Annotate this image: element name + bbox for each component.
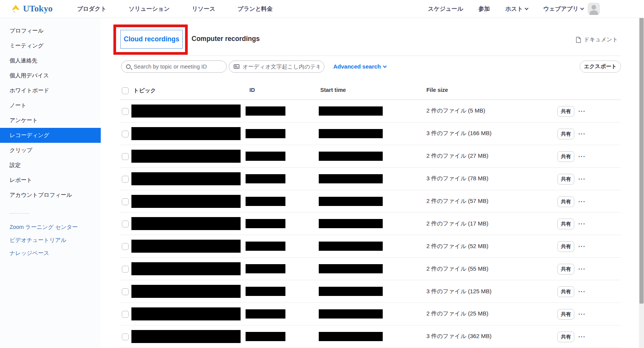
share-button[interactable]: 共有 [557,286,574,297]
sidebar-item-link[interactable]: クリップ [0,143,101,158]
file-size-cell: 2 件のファイル (57 MB) [426,190,488,212]
share-button[interactable]: 共有 [557,196,574,207]
row-checkbox[interactable] [122,288,129,295]
row-checkbox[interactable] [122,153,129,160]
share-button[interactable]: 共有 [557,174,574,185]
row-checkbox[interactable] [122,266,129,273]
sidebar-item-link[interactable]: 個人用デバイス [0,68,101,83]
sidebar-item-link[interactable]: ノート [0,98,101,113]
redacted-topic[interactable] [131,217,241,230]
table-row: 2 件のファイル (55 MB) 共有 ··· [120,258,621,280]
row-checkbox[interactable] [122,131,129,137]
export-button[interactable]: エクスポート [580,60,621,73]
sidebar-external-link[interactable]: ナレッジベース [0,247,101,260]
document-icon [576,37,581,43]
redacted-topic[interactable] [131,127,241,140]
tab-cloud-recordings[interactable]: Cloud recordings [120,30,183,49]
utokyo-ginkgo-icon [11,4,21,14]
search-transcript-field[interactable] [229,60,324,73]
more-options-button[interactable]: ··· [577,219,587,229]
sidebar-external-link[interactable]: ビデオチュートリアル [0,234,101,247]
sidebar: プロフィールミーティング個人連絡先個人用デバイスホワイトボードノートアンケートレ… [0,18,101,348]
search-topic-field[interactable] [121,60,227,73]
redacted-topic[interactable] [131,150,241,163]
sidebar-item-link[interactable]: ミーティング [0,38,101,53]
row-checkbox[interactable] [122,176,129,183]
sidebar-external-link[interactable]: Zoom ラーニング センター [0,221,101,234]
table-row: 3 件のファイル (166 MB) 共有 ··· [120,123,621,145]
share-button[interactable]: 共有 [557,106,574,117]
table-row: 2 件のファイル (27 MB) 共有 ··· [120,145,621,168]
scrollbar-thumb[interactable] [639,10,644,304]
more-options-button[interactable]: ··· [577,241,587,252]
search-topic-input[interactable] [134,64,222,70]
sidebar-item-recordings-active[interactable]: レコーディング [0,128,101,143]
row-checkbox[interactable] [122,333,129,340]
more-options-button[interactable]: ··· [577,264,587,274]
nav-left-group: プロダクト ソリューション リソース プランと料金 [77,5,272,13]
more-options-button[interactable]: ··· [577,129,587,139]
row-checkbox[interactable] [122,243,129,250]
row-checkbox[interactable] [122,198,129,205]
utokyo-logo[interactable]: UTokyo [11,4,52,14]
nav-right-group: スケジュール 参加 ホスト ウェブアプリ [428,5,583,13]
documentation-link[interactable]: ドキュメント [576,36,618,43]
share-button[interactable]: 共有 [557,332,574,342]
row-checkbox[interactable] [122,108,129,115]
file-size-cell: 2 件のファイル (25 MB) [426,303,488,325]
advanced-search-link[interactable]: Advanced search [333,63,386,70]
tabs-divider [120,56,621,56]
scrollbar[interactable] [639,0,644,348]
share-button[interactable]: 共有 [557,309,574,320]
redacted-topic[interactable] [131,105,241,118]
share-button[interactable]: 共有 [557,241,574,252]
redacted-topic[interactable] [131,307,241,320]
nav-item[interactable]: 参加 [478,5,490,13]
select-all-checkbox[interactable] [122,87,129,94]
redacted-meeting-id [246,197,285,206]
redacted-topic[interactable] [131,240,241,253]
nav-item[interactable]: プランと料金 [238,5,272,13]
redacted-topic[interactable] [131,195,241,208]
search-transcript-input[interactable] [243,64,320,70]
redacted-meeting-id [246,242,285,251]
sidebar-item-link[interactable]: アンケート [0,113,101,128]
row-checkbox[interactable] [122,311,129,318]
more-options-button[interactable]: ··· [577,286,587,297]
nav-item[interactable]: ウェブアプリ [543,5,583,13]
redacted-topic[interactable] [131,285,241,298]
nav-item[interactable]: リソース [192,5,215,13]
nav-item[interactable]: プロダクト [77,5,107,13]
more-options-button[interactable]: ··· [577,196,587,207]
row-checkbox[interactable] [122,221,129,227]
more-options-button[interactable]: ··· [577,309,587,320]
sidebar-item-link[interactable]: 設定 [0,158,101,173]
sidebar-item-link[interactable]: プロフィール [0,23,101,38]
sidebar-item-link[interactable]: アカウントプロフィール [0,188,101,203]
share-button[interactable]: 共有 [557,219,574,229]
sidebar-item-link[interactable]: レポート [0,173,101,188]
sidebar-item-link[interactable]: ホワイトボード [0,83,101,98]
redacted-topic[interactable] [131,172,241,185]
top-navigation-bar: UTokyo プロダクト ソリューション リソース プランと料金 スケジュール … [0,0,644,18]
user-avatar[interactable] [588,3,600,15]
share-button[interactable]: 共有 [557,264,574,274]
share-button[interactable]: 共有 [557,151,574,162]
share-button[interactable]: 共有 [557,129,574,139]
redacted-start-time [319,174,383,183]
more-options-button[interactable]: ··· [577,332,587,342]
nav-item[interactable]: ソリューション [129,5,170,13]
nav-item[interactable]: スケジュール [428,5,463,13]
tab-computer-recordings[interactable]: Computer recordings [192,35,260,43]
redacted-meeting-id [246,287,285,296]
more-options-button[interactable]: ··· [577,174,587,185]
more-options-button[interactable]: ··· [577,151,587,162]
redacted-topic[interactable] [131,262,241,275]
redacted-start-time [319,309,383,319]
redacted-topic[interactable] [131,330,241,343]
table-row: 2 件のファイル (17 MB) 共有 ··· [120,212,621,235]
more-options-button[interactable]: ··· [577,106,587,117]
sidebar-item-link[interactable]: 個人連絡先 [0,53,101,68]
redacted-meeting-id [246,106,285,116]
nav-item[interactable]: ホスト [505,5,528,13]
